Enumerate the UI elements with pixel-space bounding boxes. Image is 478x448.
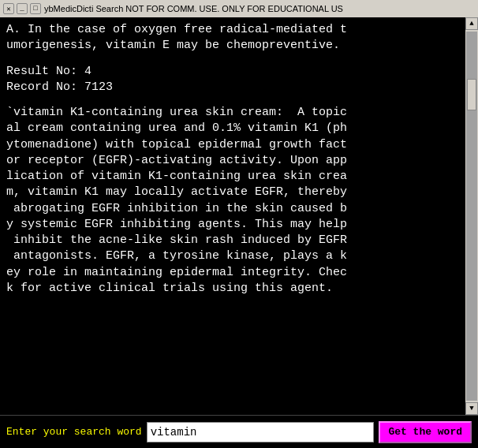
search-bar: Enter your search word Get the word xyxy=(0,415,478,448)
search-label: Enter your search word xyxy=(6,426,142,438)
main-container: A. In the case of oxygen free radical-me… xyxy=(0,17,478,415)
result-info: Result No: 4 Record No: 7123 xyxy=(6,64,459,96)
minimize-button[interactable]: _ xyxy=(17,3,28,14)
result-number: Result No: 4 xyxy=(6,64,459,80)
scroll-track[interactable] xyxy=(466,32,477,401)
maximize-button[interactable]: □ xyxy=(30,3,41,14)
close-button[interactable]: ✕ xyxy=(3,3,14,14)
scroll-thumb[interactable] xyxy=(467,79,476,110)
window-controls[interactable]: ✕ _ □ xyxy=(3,3,41,14)
get-word-button[interactable]: Get the word xyxy=(379,421,472,443)
title-bar: ✕ _ □ ybMedicDicti Search NOT FOR COMM. … xyxy=(0,0,478,17)
top-text: A. In the case of oxygen free radical-me… xyxy=(6,22,459,54)
scroll-down-button[interactable]: ▼ xyxy=(465,402,478,415)
definition-text: `vitamin K1-containing urea skin cream: … xyxy=(6,105,459,297)
scroll-up-button[interactable]: ▲ xyxy=(465,17,478,30)
record-number: Record No: 7123 xyxy=(6,80,459,95)
window-title: ybMedicDicti Search NOT FOR COMM. USE. O… xyxy=(44,4,475,13)
scrollbar[interactable]: ▲ ▼ xyxy=(465,17,478,415)
content-area: A. In the case of oxygen free radical-me… xyxy=(0,17,465,415)
search-input[interactable] xyxy=(147,422,375,442)
